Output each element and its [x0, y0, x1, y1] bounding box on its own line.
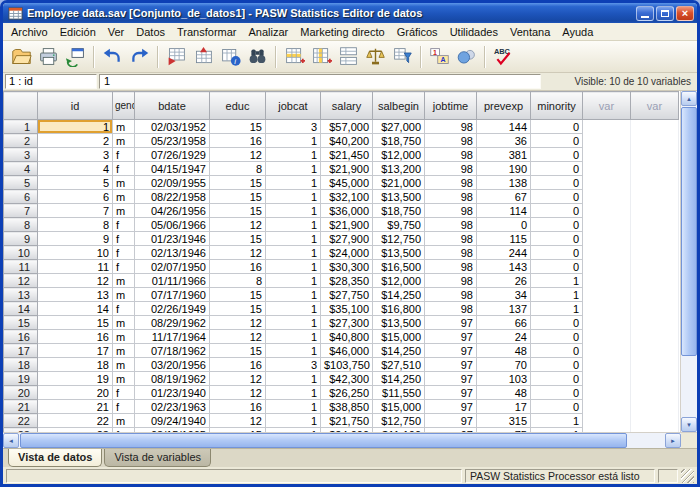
data-cell[interactable]: $15,000 [373, 400, 425, 414]
menu-archivo[interactable]: Archivo [5, 24, 54, 40]
data-cell[interactable] [583, 274, 631, 288]
row-number[interactable]: 17 [4, 344, 38, 358]
data-cell[interactable]: 66 [477, 316, 531, 330]
data-cell[interactable] [631, 162, 679, 176]
data-cell[interactable]: 15 [210, 176, 266, 190]
data-cell[interactable]: 1 [266, 218, 321, 232]
data-cell[interactable]: 0 [531, 400, 583, 414]
data-cell[interactable]: $27,300 [321, 316, 373, 330]
data-cell[interactable] [583, 414, 631, 428]
menu-datos[interactable]: Datos [130, 24, 171, 40]
data-cell[interactable]: 15 [210, 288, 266, 302]
column-header-salary[interactable]: salary [321, 92, 373, 120]
data-cell[interactable]: m [113, 372, 135, 386]
goto-variable-icon[interactable] [190, 44, 216, 70]
data-cell[interactable]: f [113, 386, 135, 400]
data-cell[interactable] [631, 358, 679, 372]
menu-ayuda[interactable]: Ayuda [556, 24, 599, 40]
data-cell[interactable]: 98 [425, 260, 477, 274]
data-cell[interactable]: f [113, 246, 135, 260]
tab-vista-de-datos[interactable]: Vista de datos [8, 449, 102, 467]
data-cell[interactable] [631, 400, 679, 414]
vertical-scrollbar[interactable]: ▲ ▼ [680, 91, 697, 432]
data-cell[interactable]: $42,300 [321, 372, 373, 386]
data-cell[interactable] [583, 358, 631, 372]
data-cell[interactable]: $38,850 [321, 400, 373, 414]
data-cell[interactable]: 315 [477, 414, 531, 428]
menu-analizar[interactable]: Analizar [243, 24, 295, 40]
data-cell[interactable]: 0 [531, 204, 583, 218]
data-cell[interactable] [583, 344, 631, 358]
data-cell[interactable]: $18,750 [373, 204, 425, 218]
insert-cases-icon[interactable] [281, 44, 307, 70]
data-cell[interactable]: $103,750 [321, 358, 373, 372]
menu-edicion[interactable]: Edición [54, 24, 102, 40]
horizontal-scrollbar[interactable]: ◄ ► [3, 432, 697, 448]
data-cell[interactable]: $18,750 [373, 134, 425, 148]
data-cell[interactable]: 8 [210, 274, 266, 288]
data-cell[interactable]: $46,000 [321, 344, 373, 358]
data-cell[interactable]: m [113, 176, 135, 190]
data-cell[interactable]: 1 [266, 274, 321, 288]
data-cell[interactable]: 1 [266, 288, 321, 302]
data-cell[interactable]: 12 [210, 218, 266, 232]
data-cell[interactable]: $30,300 [321, 260, 373, 274]
data-cell[interactable]: 0 [531, 344, 583, 358]
data-cell[interactable]: $40,800 [321, 330, 373, 344]
data-cell[interactable]: 12 [38, 274, 113, 288]
redo-icon[interactable] [126, 44, 152, 70]
data-cell[interactable]: m [113, 134, 135, 148]
data-cell[interactable]: 05/06/1966 [135, 218, 210, 232]
data-cell[interactable] [631, 274, 679, 288]
data-cell[interactable]: m [113, 274, 135, 288]
minimize-button[interactable] [636, 6, 654, 21]
data-cell[interactable]: 0 [531, 176, 583, 190]
data-cell[interactable]: 0 [531, 246, 583, 260]
data-cell[interactable]: $14,250 [373, 288, 425, 302]
data-cell[interactable] [583, 302, 631, 316]
data-cell[interactable]: 1 [266, 204, 321, 218]
variables-icon[interactable]: i [217, 44, 243, 70]
data-cell[interactable] [631, 344, 679, 358]
data-cell[interactable]: m [113, 358, 135, 372]
maximize-button[interactable] [656, 6, 674, 21]
data-cell[interactable]: 1 [266, 302, 321, 316]
data-cell[interactable]: 0 [531, 386, 583, 400]
data-cell[interactable]: $13,500 [373, 246, 425, 260]
row-number[interactable]: 9 [4, 232, 38, 246]
data-cell[interactable] [631, 316, 679, 330]
data-cell[interactable]: f [113, 162, 135, 176]
data-cell[interactable]: 07/18/1962 [135, 344, 210, 358]
data-cell[interactable] [583, 190, 631, 204]
data-cell[interactable]: 0 [531, 260, 583, 274]
data-cell[interactable]: 18 [38, 358, 113, 372]
data-cell[interactable]: 08/29/1962 [135, 316, 210, 330]
data-cell[interactable]: 1 [531, 288, 583, 302]
data-cell[interactable]: 0 [531, 358, 583, 372]
data-cell[interactable]: $28,350 [321, 274, 373, 288]
data-cell[interactable]: 02/09/1955 [135, 176, 210, 190]
data-cell[interactable]: $57,000 [321, 120, 373, 134]
data-cell[interactable]: m [113, 204, 135, 218]
data-cell[interactable]: $16,500 [373, 260, 425, 274]
menu-ventana[interactable]: Ventana [504, 24, 556, 40]
data-cell[interactable]: 16 [210, 400, 266, 414]
row-number[interactable]: 19 [4, 372, 38, 386]
data-cell[interactable] [583, 204, 631, 218]
column-header-var2[interactable]: var [631, 92, 679, 120]
data-cell[interactable]: 97 [425, 330, 477, 344]
data-cell[interactable]: 17 [38, 344, 113, 358]
data-cell[interactable]: 0 [531, 372, 583, 386]
data-cell[interactable]: 97 [425, 372, 477, 386]
data-cell[interactable]: 3 [266, 358, 321, 372]
data-cell[interactable]: 12 [210, 372, 266, 386]
data-cell[interactable]: 97 [425, 400, 477, 414]
data-cell[interactable]: $9,750 [373, 218, 425, 232]
data-cell[interactable]: 8 [38, 218, 113, 232]
data-cell[interactable] [631, 204, 679, 218]
data-cell[interactable]: $32,100 [321, 190, 373, 204]
data-cell[interactable]: 48 [477, 386, 531, 400]
menu-transformar[interactable]: Transformar [171, 24, 243, 40]
data-cell[interactable]: 15 [210, 344, 266, 358]
undo-icon[interactable] [99, 44, 125, 70]
